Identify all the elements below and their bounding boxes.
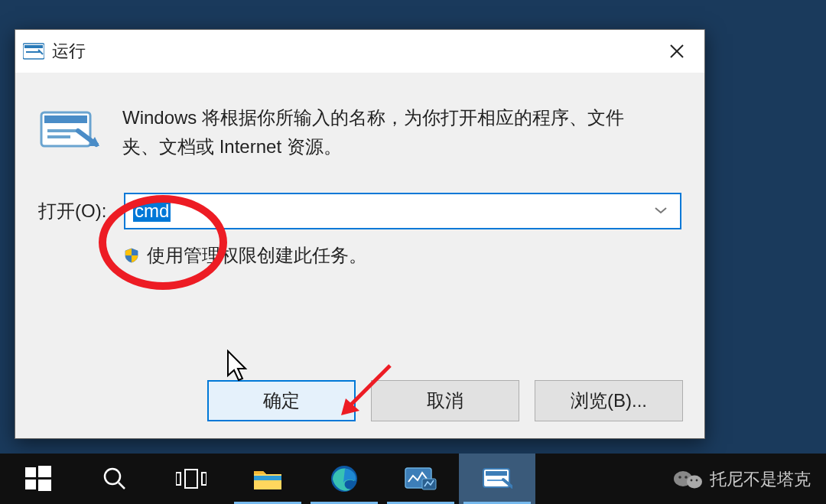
search-button[interactable] bbox=[76, 454, 153, 504]
description-text: Windows 将根据你所输入的名称，为你打开相应的程序、文件夹、文档或 Int… bbox=[122, 103, 658, 162]
dialog-body: Windows 将根据你所输入的名称，为你打开相应的程序、文件夹、文档或 Int… bbox=[15, 73, 704, 438]
taskbar[interactable] bbox=[0, 454, 826, 504]
task-view-icon bbox=[176, 467, 206, 491]
edge-button[interactable] bbox=[306, 454, 382, 504]
file-explorer-button[interactable] bbox=[229, 454, 306, 504]
shield-icon bbox=[124, 248, 139, 263]
chevron-down-icon[interactable] bbox=[654, 204, 668, 218]
folder-icon bbox=[252, 467, 283, 491]
close-icon bbox=[669, 44, 685, 59]
svg-rect-13 bbox=[38, 466, 51, 477]
svg-rect-26 bbox=[486, 471, 507, 476]
button-bar: 确定 取消 浏览(B)... bbox=[207, 380, 683, 421]
task-view-button[interactable] bbox=[153, 454, 229, 504]
svg-rect-2 bbox=[26, 51, 40, 53]
ok-button[interactable]: 确定 bbox=[207, 380, 356, 421]
admin-row: 使用管理权限创建此任务。 bbox=[124, 243, 681, 268]
run-window-icon bbox=[23, 42, 44, 60]
svg-rect-1 bbox=[24, 45, 43, 48]
svg-rect-8 bbox=[47, 135, 70, 138]
svg-rect-19 bbox=[185, 470, 197, 488]
svg-rect-20 bbox=[202, 473, 206, 485]
admin-text: 使用管理权限创建此任务。 bbox=[147, 243, 367, 268]
open-combobox[interactable]: cmd bbox=[124, 193, 681, 229]
svg-point-16 bbox=[105, 469, 120, 484]
run-large-icon bbox=[38, 108, 99, 151]
monitor-icon bbox=[404, 465, 437, 493]
perfmon-button[interactable] bbox=[382, 454, 459, 504]
open-row: 打开(O): cmd bbox=[38, 193, 681, 229]
start-button[interactable] bbox=[0, 454, 76, 504]
cancel-button[interactable]: 取消 bbox=[371, 380, 519, 421]
svg-rect-18 bbox=[176, 473, 180, 485]
titlebar[interactable]: 运行 bbox=[15, 30, 704, 73]
run-taskbar-button[interactable] bbox=[459, 454, 535, 504]
svg-rect-14 bbox=[25, 480, 36, 489]
search-icon bbox=[102, 466, 128, 492]
svg-rect-27 bbox=[487, 480, 502, 481]
svg-rect-21 bbox=[254, 476, 281, 480]
browse-button[interactable]: 浏览(B)... bbox=[535, 380, 683, 421]
svg-rect-7 bbox=[47, 129, 78, 132]
edge-icon bbox=[330, 464, 359, 493]
windows-icon bbox=[25, 466, 51, 492]
dialog-title: 运行 bbox=[52, 40, 86, 63]
run-taskbar-icon bbox=[482, 467, 512, 490]
svg-line-17 bbox=[119, 483, 125, 489]
close-button[interactable] bbox=[649, 30, 704, 73]
svg-rect-12 bbox=[25, 467, 36, 477]
open-label: 打开(O): bbox=[38, 199, 124, 223]
svg-rect-6 bbox=[44, 115, 87, 123]
run-dialog: 运行 Windows 将根据你所输入的名称，为你打开相应的程序、文件夹、文档或 … bbox=[15, 29, 705, 439]
open-value: cmd bbox=[133, 200, 171, 222]
svg-rect-15 bbox=[38, 480, 51, 491]
